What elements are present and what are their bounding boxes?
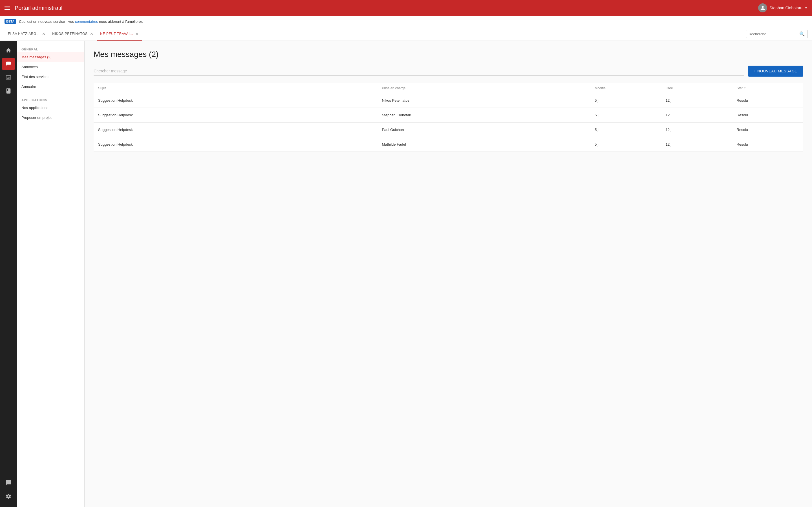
sidebar-icon-messages[interactable]: [2, 58, 15, 70]
cell-sujet: Suggestion Helpdesk: [94, 108, 377, 122]
nav-item-annonces[interactable]: Annonces: [17, 62, 84, 72]
nav-item-annuaire[interactable]: Annuaire: [17, 82, 84, 92]
messages-table: Sujet Prise en charge Modifié Créé Statu…: [94, 83, 803, 152]
nav-section-applications: APPLICATIONS: [17, 96, 84, 103]
search-icon[interactable]: 🔍: [799, 31, 805, 37]
message-search-row: + NOUVEAU MESSAGE: [94, 66, 803, 76]
cell-sujet: Suggestion Helpdesk: [94, 137, 377, 152]
menu-icon[interactable]: [4, 6, 10, 10]
tabbar-search-area: 🔍: [746, 30, 808, 38]
tab-close-nikos[interactable]: ✕: [90, 32, 94, 36]
cell-modifie: 5 j: [590, 108, 661, 122]
tab-ne-peut[interactable]: NE PEUT TRAVAI... ✕: [97, 27, 142, 41]
nav-item-messages[interactable]: Mes messages (2): [17, 52, 84, 62]
col-header-pec: Prise en charge: [377, 83, 590, 93]
page-title: Mes messages (2): [94, 50, 803, 59]
status-badge: Resolu: [737, 98, 748, 103]
status-badge: Resolu: [737, 142, 748, 147]
cell-statut: Resolu: [732, 122, 803, 137]
table-header-row: Sujet Prise en charge Modifié Créé Statu…: [94, 83, 803, 93]
topbar: Portail administratif Stephan Ciobotaru …: [0, 0, 812, 16]
tab-elsa[interactable]: ELSA HATZIARG... ✕: [4, 27, 49, 41]
message-search-input[interactable]: [94, 66, 744, 76]
cell-statut: Resolu: [732, 137, 803, 152]
status-badge: Resolu: [737, 128, 748, 132]
col-header-cree: Créé: [661, 83, 732, 93]
cell-sujet: Suggestion Helpdesk: [94, 122, 377, 137]
cell-modifie: 5 j: [590, 137, 661, 152]
cell-modifie: 5 j: [590, 122, 661, 137]
cell-pec: Stephan Ciobotaru: [377, 108, 590, 122]
col-header-sujet: Sujet: [94, 83, 377, 93]
tab-close-elsa[interactable]: ✕: [42, 32, 46, 36]
nav-sidebar: GÉNÉRAL Mes messages (2) Annonces État d…: [17, 41, 85, 507]
nav-item-nos-apps[interactable]: Nos applications: [17, 103, 84, 113]
tab-close-ne-peut[interactable]: ✕: [135, 32, 139, 36]
cell-pec: Nikos Peteinatos: [377, 93, 590, 108]
chevron-down-icon: ▼: [805, 6, 808, 10]
sidebar-icon-book[interactable]: [2, 85, 15, 97]
col-header-modifie: Modifié: [590, 83, 661, 93]
sidebar-icon-badge[interactable]: [2, 71, 15, 83]
cell-sujet: Suggestion Helpdesk: [94, 93, 377, 108]
topbar-username: Stephan Ciobotaru: [769, 6, 802, 10]
table-row[interactable]: Suggestion Helpdesk Mathilde Fadel 5 j 1…: [94, 137, 803, 152]
nav-item-etat[interactable]: État des services: [17, 72, 84, 82]
cell-pec: Paul Guichon: [377, 122, 590, 137]
user-avatar-icon: [758, 3, 767, 12]
icon-sidebar-bottom: [2, 476, 15, 507]
topbar-user[interactable]: Stephan Ciobotaru ▼: [758, 3, 808, 12]
col-header-statut: Statut: [732, 83, 803, 93]
cell-cree: 12 j: [661, 108, 732, 122]
main-layout: GÉNÉRAL Mes messages (2) Annonces État d…: [0, 41, 812, 507]
search-box: 🔍: [746, 30, 808, 38]
cell-statut: Resolu: [732, 108, 803, 122]
content-area: Mes messages (2) + NOUVEAU MESSAGE Sujet…: [85, 41, 812, 507]
icon-sidebar: [0, 41, 17, 507]
sidebar-icon-help[interactable]: [2, 476, 15, 489]
topbar-title: Portail administratif: [15, 5, 758, 11]
nav-section-general: GÉNÉRAL: [17, 45, 84, 52]
tab-nikos[interactable]: NIKOS PETEINATOS ✕: [49, 27, 97, 41]
table-row[interactable]: Suggestion Helpdesk Nikos Peteinatos 5 j…: [94, 93, 803, 108]
beta-badge: BETA: [4, 19, 16, 24]
table-row[interactable]: Suggestion Helpdesk Stephan Ciobotaru 5 …: [94, 108, 803, 122]
cell-pec: Mathilde Fadel: [377, 137, 590, 152]
table-row[interactable]: Suggestion Helpdesk Paul Guichon 5 j 12 …: [94, 122, 803, 137]
beta-link[interactable]: commentaires: [75, 19, 98, 24]
icon-sidebar-top: [2, 43, 15, 476]
sidebar-icon-home[interactable]: [2, 44, 15, 57]
beta-banner: BETA Ceci est un nouveau service - vos c…: [0, 16, 812, 27]
cell-cree: 12 j: [661, 137, 732, 152]
search-input[interactable]: [749, 32, 799, 36]
status-badge: Resolu: [737, 113, 748, 117]
cell-statut: Resolu: [732, 93, 803, 108]
new-message-button[interactable]: + NOUVEAU MESSAGE: [748, 66, 803, 76]
cell-cree: 12 j: [661, 93, 732, 108]
tabbar: ELSA HATZIARG... ✕ NIKOS PETEINATOS ✕ NE…: [0, 27, 812, 41]
nav-item-proposer[interactable]: Proposer un projet: [17, 113, 84, 122]
cell-cree: 12 j: [661, 122, 732, 137]
sidebar-icon-settings[interactable]: [2, 490, 15, 503]
beta-text: Ceci est un nouveau service - vos commen…: [19, 19, 143, 24]
cell-modifie: 5 j: [590, 93, 661, 108]
